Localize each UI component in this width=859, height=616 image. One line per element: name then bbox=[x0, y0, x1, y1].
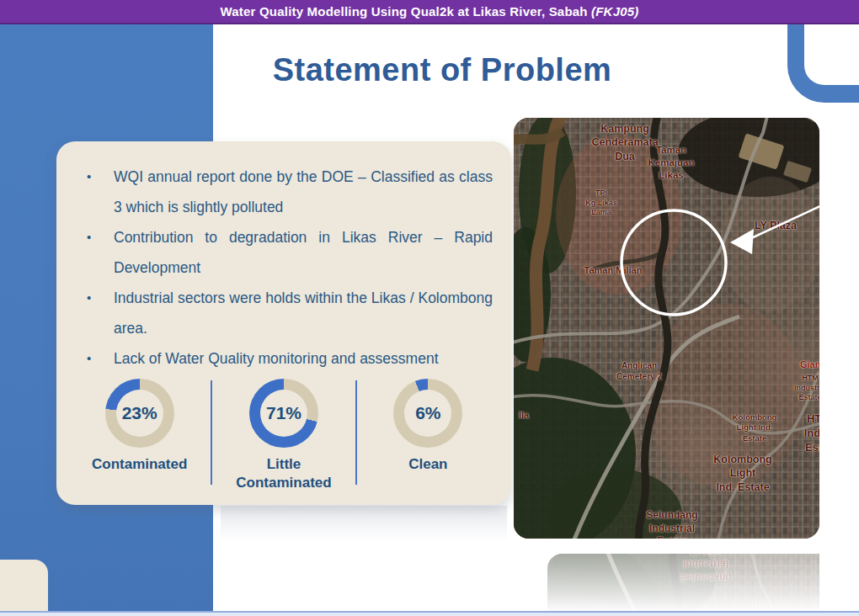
map-labels-layer: Kampung Cenderamata DuaTaman Kemajuan Li… bbox=[547, 554, 819, 616]
map-annotation-graphics bbox=[547, 554, 819, 616]
top-right-corner-decoration bbox=[787, 24, 859, 103]
bullet-item: Contribution to degradation in Likas Riv… bbox=[77, 222, 493, 283]
donut-charts-row: 23%Contaminated71%Little Contaminated6%C… bbox=[68, 379, 499, 502]
donut-value: 6% bbox=[415, 403, 440, 423]
bottom-edge-strip bbox=[0, 611, 859, 616]
bullet-item: Industrial sectors were holds within the… bbox=[77, 283, 493, 343]
presentation-title-code: (FKJ05) bbox=[591, 4, 638, 19]
donut-chart: 6% bbox=[393, 379, 462, 448]
map-annotation-graphics bbox=[514, 118, 819, 539]
donut-hole: 6% bbox=[404, 390, 451, 437]
map-place-label: Selundang Industrial Estate bbox=[680, 554, 731, 583]
map-reflection-image: Kampung Cenderamata DuaTaman Kemajuan Li… bbox=[547, 554, 819, 616]
donut-label: Clean bbox=[408, 455, 447, 474]
map-reflection: Kampung Cenderamata DuaTaman Kemajuan Li… bbox=[514, 540, 819, 616]
bullet-item: Lack of Water Quality monitoring and ass… bbox=[77, 343, 493, 374]
pointer-line bbox=[750, 205, 819, 239]
donut-value: 71% bbox=[266, 403, 301, 423]
donut-chart-cell: 23%Contaminated bbox=[68, 379, 211, 474]
bullet-list: WQI annual report done by the DOE – Clas… bbox=[56, 141, 511, 374]
donut-label: Little Contaminated bbox=[225, 455, 343, 492]
problem-statement-box: WQI annual report done by the DOE – Clas… bbox=[56, 141, 511, 505]
presentation-slide: Water Quality Modelling Using Qual2k at … bbox=[0, 0, 859, 616]
presentation-title-bar: Water Quality Modelling Using Qual2k at … bbox=[0, 0, 859, 24]
donut-chart: 71% bbox=[249, 379, 318, 448]
satellite-imagery bbox=[547, 554, 819, 616]
likas-river-satellite-map: Kampung Cenderamata DuaTaman Kemajuan Li… bbox=[514, 118, 819, 539]
donut-chart: 23% bbox=[105, 379, 174, 448]
bullet-item: WQI annual report done by the DOE – Clas… bbox=[77, 162, 493, 222]
donut-label: Contaminated bbox=[92, 455, 187, 474]
donut-hole: 23% bbox=[116, 390, 163, 437]
presentation-title: Water Quality Modelling Using Qual2k at … bbox=[221, 4, 639, 19]
presentation-title-text: Water Quality Modelling Using Qual2k at … bbox=[221, 4, 588, 19]
donut-chart-cell: 71%Little Contaminated bbox=[212, 379, 355, 492]
problem-box-reflection bbox=[221, 506, 507, 541]
donut-chart-cell: 6%Clean bbox=[357, 379, 499, 474]
pointer-arrowhead bbox=[730, 229, 754, 254]
donut-hole: 71% bbox=[260, 390, 307, 437]
map-terrain-graphics bbox=[547, 554, 819, 616]
bottom-left-corner-decoration bbox=[0, 560, 48, 611]
slide-title: Statement of Problem bbox=[253, 52, 632, 88]
highlight-circle bbox=[622, 210, 726, 315]
donut-value: 23% bbox=[122, 403, 157, 423]
